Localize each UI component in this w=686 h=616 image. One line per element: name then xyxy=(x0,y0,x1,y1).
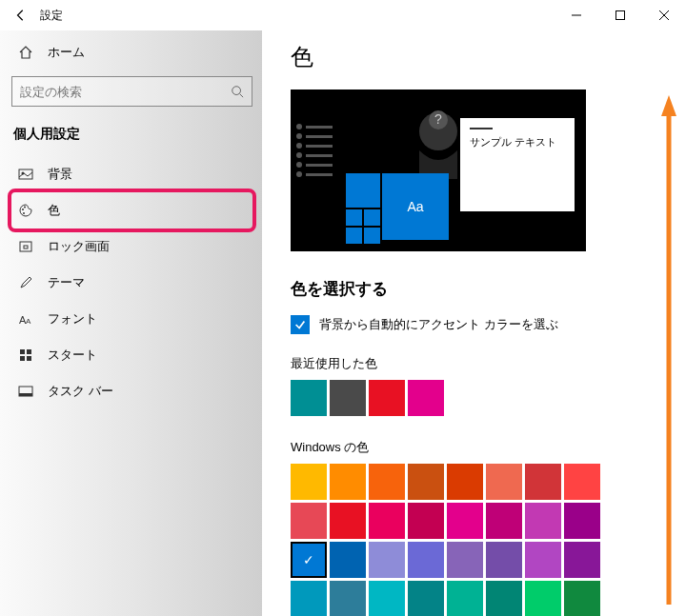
titlebar: 設定 xyxy=(0,0,686,30)
nav-item-start[interactable]: スタート xyxy=(11,337,252,373)
preview-window: サンプル テキスト xyxy=(460,118,575,211)
color-swatch[interactable] xyxy=(447,503,483,539)
color-swatch[interactable] xyxy=(369,464,405,500)
recent-colors-label: 最近使用した色 xyxy=(291,355,667,372)
color-swatch[interactable] xyxy=(447,542,483,578)
svg-line-3 xyxy=(240,94,244,98)
search-input[interactable] xyxy=(20,85,231,99)
search-icon xyxy=(231,85,244,98)
svg-point-7 xyxy=(24,207,26,209)
preview-sample-text: サンプル テキスト xyxy=(470,136,556,148)
color-swatch[interactable] xyxy=(408,464,444,500)
minimize-button[interactable] xyxy=(555,0,598,30)
nav-item-font[interactable]: AAフォント xyxy=(11,301,252,337)
svg-rect-1 xyxy=(616,11,625,20)
nav-item-brush[interactable]: テーマ xyxy=(11,265,252,301)
minimize-icon xyxy=(572,10,581,20)
color-swatch[interactable] xyxy=(564,503,600,539)
nav-item-label: 背景 xyxy=(48,166,72,183)
nav-item-palette[interactable]: 色 xyxy=(11,192,252,229)
auto-accent-label: 背景から自動的にアクセント カラーを選ぶ xyxy=(319,316,558,333)
brush-icon xyxy=(17,274,34,291)
checkbox-icon xyxy=(291,315,310,334)
palette-icon xyxy=(17,202,34,219)
home-label: ホーム xyxy=(48,44,85,61)
color-swatch[interactable] xyxy=(486,542,522,578)
sidebar: ホーム 個人用設定 背景色ロック画面テーマAAフォントスタートタスク バー xyxy=(0,30,262,616)
window-controls xyxy=(555,0,686,30)
color-swatch[interactable] xyxy=(447,464,483,500)
nav-item-label: タスク バー xyxy=(48,383,113,400)
preview-tile: Aa xyxy=(382,173,449,240)
nav-item-label: スタート xyxy=(48,347,97,364)
color-swatch[interactable] xyxy=(369,503,405,539)
color-swatch[interactable] xyxy=(291,503,327,539)
home-icon xyxy=(17,44,34,61)
recent-color-swatch[interactable] xyxy=(291,380,327,416)
picture-icon xyxy=(17,166,34,183)
nav-item-taskbar[interactable]: タスク バー xyxy=(11,373,252,409)
nav-item-lock[interactable]: ロック画面 xyxy=(11,229,252,265)
section-header: 個人用設定 xyxy=(11,120,252,156)
close-button[interactable] xyxy=(642,0,686,30)
maximize-icon xyxy=(615,10,625,20)
taskbar-icon xyxy=(17,383,34,400)
color-swatch[interactable] xyxy=(564,542,600,578)
home-nav[interactable]: ホーム xyxy=(11,36,252,69)
svg-rect-16 xyxy=(27,356,31,361)
svg-text:?: ? xyxy=(434,111,442,127)
color-swatch[interactable] xyxy=(486,581,522,616)
arrow-left-icon xyxy=(14,9,28,22)
svg-rect-9 xyxy=(20,242,31,251)
wallpaper-figure-icon: ? xyxy=(414,103,462,179)
color-swatch[interactable] xyxy=(525,542,561,578)
svg-rect-10 xyxy=(24,246,28,248)
recent-color-swatch[interactable] xyxy=(369,380,405,416)
search-box[interactable] xyxy=(11,76,252,107)
svg-rect-13 xyxy=(20,349,25,354)
color-swatch[interactable] xyxy=(525,581,561,616)
color-swatch[interactable] xyxy=(564,464,600,500)
color-swatch[interactable] xyxy=(408,581,444,616)
page-title: 色 xyxy=(291,42,667,72)
color-swatch[interactable] xyxy=(330,464,366,500)
recent-color-swatch[interactable] xyxy=(330,380,366,416)
color-swatch[interactable] xyxy=(447,581,483,616)
color-swatch[interactable] xyxy=(291,464,327,500)
back-button[interactable] xyxy=(8,2,34,29)
color-swatch[interactable] xyxy=(525,464,561,500)
color-swatch[interactable] xyxy=(291,581,327,616)
window-title: 設定 xyxy=(40,8,63,24)
svg-point-8 xyxy=(23,212,25,214)
lock-icon xyxy=(17,238,34,255)
color-swatch[interactable] xyxy=(330,581,366,616)
color-swatch[interactable] xyxy=(330,503,366,539)
color-swatch[interactable] xyxy=(291,542,327,578)
color-swatch[interactable] xyxy=(330,542,366,578)
svg-rect-14 xyxy=(27,349,31,354)
recent-color-swatch[interactable] xyxy=(408,380,444,416)
svg-text:A: A xyxy=(26,317,31,326)
auto-accent-checkbox[interactable]: 背景から自動的にアクセント カラーを選ぶ xyxy=(291,315,667,334)
color-preview: ? サンプル テキスト Aa xyxy=(291,89,586,251)
color-swatch[interactable] xyxy=(564,581,600,616)
maximize-button[interactable] xyxy=(598,0,642,30)
color-swatch[interactable] xyxy=(486,464,522,500)
nav-item-picture[interactable]: 背景 xyxy=(11,156,252,192)
svg-rect-18 xyxy=(19,393,32,396)
color-swatch[interactable] xyxy=(408,503,444,539)
nav-item-label: テーマ xyxy=(48,274,85,291)
color-swatch[interactable] xyxy=(369,581,405,616)
color-swatch[interactable] xyxy=(369,542,405,578)
nav-item-label: 色 xyxy=(48,202,60,219)
color-swatch[interactable] xyxy=(408,542,444,578)
color-swatch[interactable] xyxy=(525,503,561,539)
windows-color-grid xyxy=(291,464,667,616)
nav-item-label: ロック画面 xyxy=(48,238,110,255)
start-icon xyxy=(17,347,34,364)
svg-point-6 xyxy=(22,209,24,210)
nav-item-label: フォント xyxy=(48,310,97,328)
color-swatch[interactable] xyxy=(486,503,522,539)
choose-color-heading: 色を選択する xyxy=(291,278,667,300)
svg-point-2 xyxy=(232,87,241,95)
